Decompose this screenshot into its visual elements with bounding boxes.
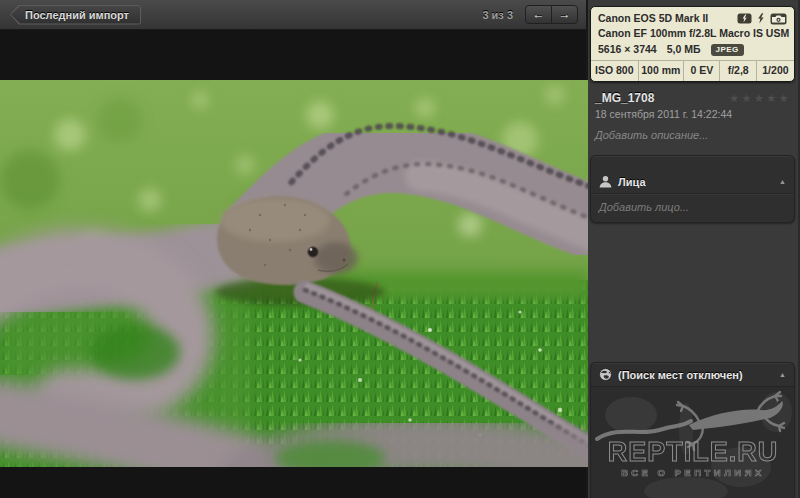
photo-counter: 3 из 3	[482, 9, 513, 21]
iso-value: ISO 800	[591, 61, 638, 81]
places-panel-header[interactable]: (Поиск мест отключен) ▲	[591, 363, 794, 386]
faces-panel: Лица ▲ Добавить лицо...	[590, 155, 795, 223]
previous-photo-button[interactable]: ←	[525, 5, 552, 24]
shutter-value: 1/200	[756, 61, 794, 81]
places-collapse-icon[interactable]: ▲	[779, 371, 786, 378]
exif-icons	[737, 13, 787, 25]
add-face-placeholder[interactable]: Добавить лицо...	[591, 193, 794, 222]
photo-stage	[0, 30, 586, 498]
person-icon	[599, 175, 612, 188]
watermark-title: REPTILE.RU	[608, 437, 779, 467]
camera-model: Canon EOS 5D Mark II	[598, 12, 737, 25]
faces-panel-header[interactable]: Лица ▲	[591, 170, 794, 193]
back-button-label: Последний импорт	[25, 9, 129, 21]
aperture-value: f/2,8	[719, 61, 755, 81]
exposure-strip: ISO 800 100 mm 0 EV f/2,8 1/200	[591, 60, 794, 81]
next-photo-button[interactable]: →	[551, 5, 578, 24]
snake-photo-art	[0, 80, 588, 467]
caption-placeholder[interactable]: Добавить описание...	[595, 129, 791, 141]
flash-badge-icon	[737, 13, 752, 24]
photo-filename: _MG_1708	[595, 91, 729, 105]
places-panel-title: (Поиск мест отключен)	[618, 369, 773, 381]
faces-panel-title: Лица	[618, 176, 773, 188]
globe-icon	[599, 368, 612, 381]
photo-nav-group: ← →	[525, 5, 578, 24]
sidebar-spacer	[588, 223, 798, 348]
snake-photo[interactable]	[0, 80, 588, 467]
watermark-subtitle: ВСЕ О РЕПТИЛИЯХ	[621, 467, 765, 478]
last-import-back-button[interactable]: Последний импорт	[10, 5, 141, 25]
file-size: 5,0 МБ	[667, 43, 701, 56]
photo-datetime: 18 сентября 2011 г. 14:22:44	[595, 108, 791, 120]
left-arrow-icon: ←	[533, 7, 545, 21]
camera-metadata-card: Canon EOS 5D Mark II	[590, 6, 795, 82]
star-rating[interactable]: ★★★★★	[729, 92, 791, 105]
image-dimensions: 5616 × 3744	[598, 43, 657, 56]
filename-row: _MG_1708 ★★★★★	[595, 91, 791, 105]
flash-bolt-icon	[757, 13, 765, 24]
map-area[interactable]: REPTILE.RU ВСЕ О РЕПТИЛИЯХ	[591, 386, 794, 498]
format-badge: JPEG	[711, 44, 744, 56]
focal-length-value: 100 mm	[638, 61, 684, 81]
right-arrow-icon: →	[559, 7, 571, 21]
lens-model: Canon EF 100mm f/2.8L Macro IS USM	[591, 26, 794, 41]
viewer-toolbar: Последний импорт 3 из 3 ← →	[0, 0, 586, 30]
faces-collapse-icon[interactable]: ▲	[779, 178, 786, 185]
map-watermark: REPTILE.RU ВСЕ О РЕПТИЛИЯХ	[591, 387, 794, 498]
places-panel: (Поиск мест отключен) ▲	[590, 362, 795, 498]
aperture-window: Последний импорт 3 из 3 ← →	[0, 0, 800, 498]
camera-icon	[770, 13, 787, 25]
ev-value: 0 EV	[683, 61, 719, 81]
main-column: Последний импорт 3 из 3 ← →	[0, 0, 588, 498]
info-sidebar: Canon EOS 5D Mark II	[588, 0, 798, 498]
